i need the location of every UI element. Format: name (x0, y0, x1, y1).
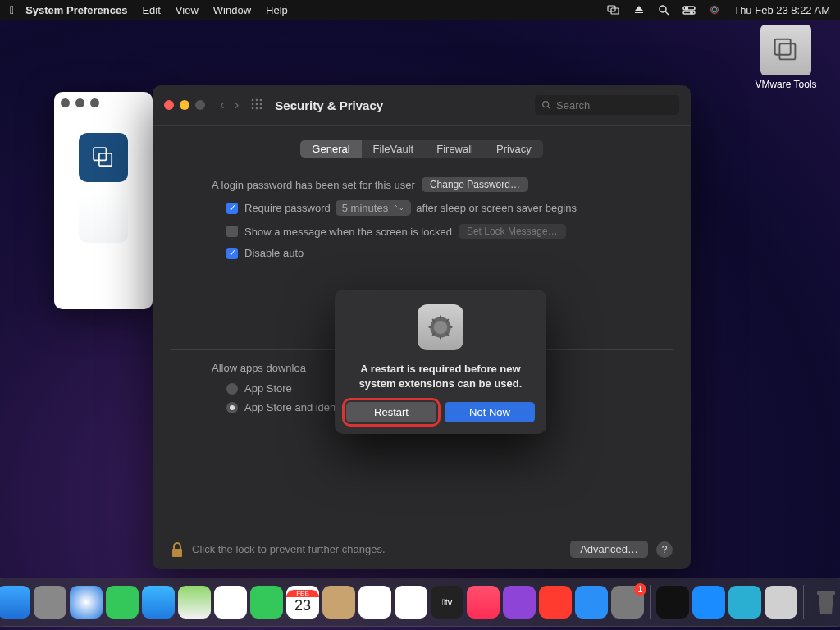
dock: FEB23 tv 1 (0, 578, 840, 627)
svg-rect-27 (172, 549, 182, 557)
background-window[interactable] (54, 92, 153, 309)
dock-contacts[interactable] (322, 586, 355, 619)
svg-point-6 (686, 7, 688, 10)
svg-point-24 (260, 107, 262, 109)
dock-tv[interactable]: tv (431, 586, 463, 619)
dock-facetime[interactable] (250, 586, 283, 619)
dock-notes[interactable] (395, 586, 427, 619)
tab-privacy[interactable]: Privacy (485, 140, 543, 158)
dock-trash[interactable] (810, 586, 840, 619)
dock-separator (650, 585, 651, 619)
dock-keynote[interactable] (692, 586, 725, 619)
change-password-button[interactable]: Change Password… (422, 177, 528, 192)
desktop:  System Preferences Edit View Window He… (0, 0, 840, 630)
pref-footer: Click the lock to prevent further change… (171, 541, 673, 558)
dock-calendar[interactable]: FEB23 (286, 586, 319, 619)
dock-mail[interactable] (142, 586, 175, 619)
zoom-button[interactable] (195, 100, 205, 110)
dock-safari[interactable] (70, 586, 103, 619)
forward-button[interactable]: › (235, 97, 240, 113)
dock-quicktime[interactable] (728, 586, 761, 619)
allow-identified-radio[interactable] (226, 402, 238, 413)
svg-point-8 (691, 11, 692, 13)
show-message-label: Show a message when the screen is locked (244, 226, 452, 238)
dialog-message: A restart is required before new system … (346, 362, 535, 390)
tab-bar: General FileVault Firewall Privacy (171, 140, 673, 158)
dock-reminders[interactable] (358, 586, 391, 619)
svg-point-23 (256, 107, 258, 109)
vmware-app-icon[interactable] (79, 133, 128, 182)
lock-message: Click the lock to prevent further change… (192, 543, 386, 555)
dock-separator-2 (803, 585, 804, 619)
show-message-checkbox[interactable] (226, 226, 238, 237)
require-password-checkbox[interactable]: ✓ (226, 203, 238, 214)
tab-general[interactable]: General (300, 140, 361, 158)
lock-icon[interactable] (171, 541, 184, 558)
not-now-button[interactable]: Not Now (445, 402, 535, 422)
dock-news[interactable] (539, 586, 572, 619)
disable-auto-login-label: Disable auto (244, 247, 304, 259)
dock-launchpad[interactable] (34, 586, 66, 619)
siri-icon[interactable] (709, 4, 720, 16)
disk-icon (760, 25, 811, 75)
stage-manager-icon[interactable] (607, 5, 620, 15)
app-menu[interactable]: System Preferences (25, 4, 127, 16)
tab-firewall[interactable]: Firewall (425, 140, 485, 158)
menu-help[interactable]: Help (266, 4, 288, 16)
tab-filevault[interactable]: FileVault (362, 140, 426, 158)
menubar:  System Preferences Edit View Window He… (0, 0, 840, 20)
menu-edit[interactable]: Edit (142, 4, 160, 16)
svg-rect-13 (779, 43, 795, 59)
traffic-lights (61, 98, 99, 107)
login-section: A login password has been set for this u… (212, 177, 632, 259)
svg-point-25 (543, 102, 549, 107)
spotlight-icon[interactable] (658, 4, 669, 16)
restart-button[interactable]: Restart (346, 402, 436, 422)
show-all-button[interactable] (250, 98, 263, 113)
disable-auto-login-checkbox[interactable]: ✓ (226, 248, 238, 259)
search-placeholder: Search (556, 99, 590, 112)
svg-rect-12 (775, 39, 791, 55)
back-button[interactable]: ‹ (220, 97, 225, 113)
desktop-icon-vmware-tools[interactable]: VMware Tools (753, 25, 819, 90)
close-button[interactable] (164, 100, 174, 110)
svg-line-26 (548, 107, 550, 109)
dock-appstore[interactable] (575, 586, 608, 619)
window-title: Security & Privacy (275, 98, 383, 112)
apple-menu-icon[interactable]:  (10, 3, 14, 16)
pref-badge: 1 (634, 583, 646, 596)
dock-podcasts[interactable] (503, 586, 536, 619)
show-message-row: Show a message when the screen is locked… (226, 224, 632, 239)
min-dot[interactable] (75, 98, 84, 107)
menu-window[interactable]: Window (213, 4, 251, 16)
search-field[interactable]: Search (535, 95, 679, 115)
minimize-button[interactable] (180, 100, 189, 110)
require-password-delay-select[interactable]: 5 minutes (336, 200, 411, 216)
advanced-button[interactable]: Advanced… (570, 541, 648, 558)
control-center-icon[interactable] (682, 5, 696, 15)
menu-view[interactable]: View (176, 4, 199, 16)
desktop-icon-label: VMware Tools (753, 79, 819, 90)
restart-dialog: A restart is required before new system … (335, 290, 546, 434)
dock-maps[interactable] (178, 586, 211, 619)
help-button[interactable]: ? (656, 541, 673, 558)
dialog-buttons: Restart Not Now (346, 402, 535, 422)
svg-point-20 (256, 103, 258, 105)
system-preferences-window: ‹› Security & Privacy Search General Fil… (153, 85, 691, 569)
require-password-row: ✓ Require password 5 minutes after sleep… (226, 200, 632, 216)
dock-photos[interactable] (214, 586, 247, 619)
menubar-clock[interactable]: Thu Feb 23 8:22 AM (733, 4, 830, 16)
dock-system-preferences[interactable]: 1 (611, 586, 644, 619)
svg-line-4 (665, 11, 669, 15)
dock-messages[interactable] (106, 586, 139, 619)
require-password-label: Require password (244, 202, 331, 214)
max-dot[interactable] (90, 98, 99, 107)
keyboard-input-icon[interactable] (633, 4, 645, 16)
close-dot[interactable] (61, 98, 70, 107)
dock-activity-monitor[interactable] (656, 586, 689, 619)
dock-music[interactable] (467, 586, 500, 619)
dock-finder[interactable] (0, 586, 30, 619)
dock-vmware-installer[interactable] (765, 586, 797, 619)
svg-point-18 (260, 98, 262, 101)
allow-app-store-radio[interactable] (226, 383, 238, 395)
